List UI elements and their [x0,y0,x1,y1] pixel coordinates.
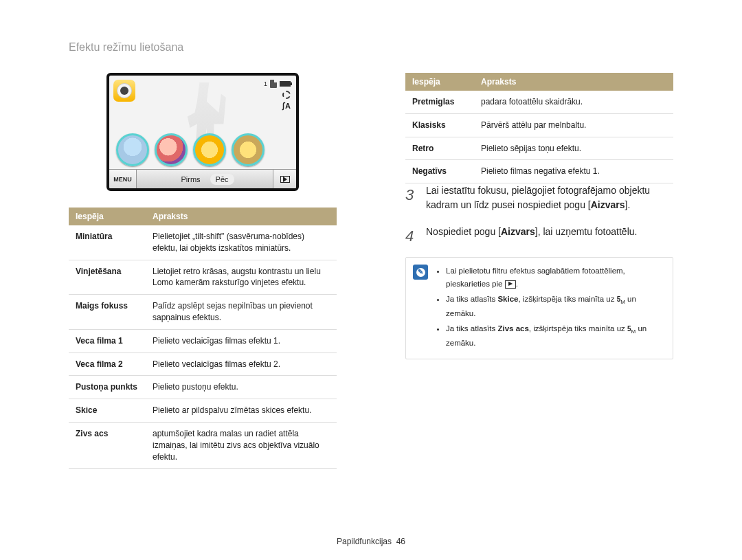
battery-icon [280,81,291,87]
col-option: Iespēja [405,73,474,91]
table-row: VinjetēšanaLietojiet retro krāsas, augst… [69,260,337,295]
table-row: KlasisksPārvērš attēlu par melnbaltu. [405,113,673,137]
table-row: Veca filma 2Pielieto veclaicīgas filmas … [69,352,337,376]
note-box: ✎ Lai pielietotu filtru efektus saglabāt… [405,257,673,359]
note-item: Ja tiks atlasīts Zivs acs, izšķirtspēja … [446,322,664,349]
table-row: Pretmiglaspadara fotoattēlu skaidrāku. [405,91,673,113]
step-number: 3 [405,183,418,212]
thumb-1[interactable] [116,133,149,166]
effects-table-left: Iespēja Apraksts MiniatūraPielietojiet „… [69,208,337,469]
thumb-3[interactable] [193,133,226,166]
effects-table-right: Iespēja Apraksts Pretmiglaspadara fotoat… [405,73,673,183]
5m-icon: 5M [627,324,636,337]
table-row: Veca filma 1Pielieto veclaicīgas filmas … [69,329,337,352]
table-row: NegatīvsPielieto filmas negatīva efektu … [405,160,673,183]
info-icon: ✎ [413,265,428,280]
page-title: Efektu režīmu lietošana [69,41,673,54]
gear-icon [282,91,291,99]
table-row: MiniatūraPielietojiet „tilt-shift" (sasv… [69,225,337,260]
table-row: SkicePielieto ar pildspalvu zīmētas skic… [69,399,337,423]
col-desc: Apraksts [474,73,673,91]
playback-icon: ▶ [505,280,516,289]
table-row: Zivs acsaptumšojiet kadra malas un radie… [69,422,337,468]
before-after-toggle[interactable]: Pirms Pēc [137,174,273,185]
play-icon [280,176,290,183]
thumb-4[interactable] [232,133,265,166]
5m-icon: 5M [617,294,625,307]
camera-screen: 1 ʃA MENU [106,73,299,191]
shot-count: 1 [264,80,267,87]
after-label: Pēc [210,174,234,185]
table-row: Maigs fokussPalīdz apslēpt sejas nepilnī… [69,295,337,330]
step-4: 4 Nospiediet pogu [Aizvars], lai uzņemtu… [405,225,673,247]
thumb-2[interactable] [155,133,188,166]
note-item: Ja tiks atlasīts Skice, izšķirtspēja tik… [446,293,664,320]
table-row: Pustoņa punktsPielieto pustoņu efektu. [69,376,337,399]
col-option: Iespēja [69,208,146,225]
playback-button[interactable] [273,170,296,188]
effect-thumbnails[interactable] [116,133,265,166]
col-desc: Apraksts [146,208,337,225]
note-item: Lai pielietotu filtru efektus saglabātie… [446,265,664,290]
step-number: 4 [405,225,418,247]
page-footer: Papildfunkcijas 46 [0,537,742,546]
table-row: RetroPielieto sēpijas toņu efektu. [405,137,673,160]
mode-icon [113,80,135,102]
flash-icon: ʃA [282,102,291,111]
menu-button[interactable]: MENU [109,170,137,188]
step-3: 3 Lai iestatītu fokusu, pielāgojiet foto… [405,183,673,212]
sd-icon [270,80,277,88]
before-label: Pirms [175,174,205,185]
